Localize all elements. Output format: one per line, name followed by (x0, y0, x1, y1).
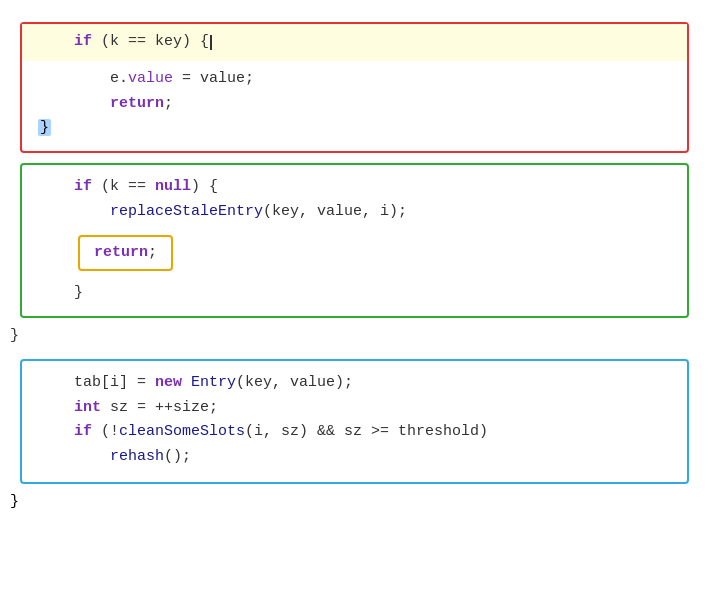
green-line-2: replaceStaleEntry(key, value, i); (38, 200, 671, 225)
red-line-3: return; (38, 92, 671, 117)
blue-line-2: int sz = ++size; (38, 396, 671, 421)
final-closing-brace: } (10, 490, 709, 515)
green-box: if (k == null) { replaceStaleEntry(key, … (20, 163, 689, 318)
red-closing-brace: } (38, 116, 671, 141)
green-line-1: if (k == null) { (38, 175, 671, 200)
green-closing-brace: } (38, 281, 671, 306)
blue-line-4: rehash(); (38, 445, 671, 470)
orange-return: return; (94, 241, 157, 266)
orange-box: return; (58, 229, 671, 278)
red-box: if (k == key) { e.value = value; return;… (20, 22, 689, 153)
blue-box: tab[i] = new Entry(key, value); int sz =… (20, 359, 689, 484)
code-area: if (k == key) { e.value = value; return;… (0, 0, 709, 525)
red-line-1: if (k == key) { (22, 24, 687, 61)
outer-closing-brace: } (10, 324, 709, 349)
blue-line-3: if (!cleanSomeSlots(i, sz) && sz >= thre… (38, 420, 671, 445)
blue-line-1: tab[i] = new Entry(key, value); (38, 371, 671, 396)
red-line-2: e.value = value; (38, 67, 671, 92)
